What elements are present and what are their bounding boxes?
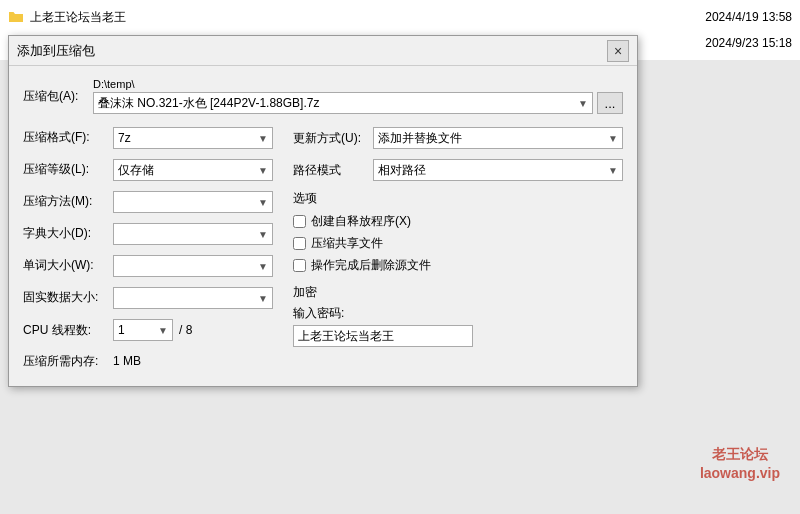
dialog-title: 添加到压缩包 <box>17 42 607 60</box>
form-right: 更新方式(U): 添加并替换文件 ▼ 路径模式 相对路径 ▼ 选项 <box>293 126 623 372</box>
archive-filename-combo[interactable]: 叠沫沫 NO.321-水色 [244P2V-1.88GB].7z ▼ <box>93 92 593 114</box>
format-value: 7z <box>118 131 131 145</box>
checkbox-delete-label[interactable]: 操作完成后删除源文件 <box>311 257 431 274</box>
folder-icon-1 <box>8 9 24 25</box>
dict-combo[interactable]: ▼ <box>113 223 273 245</box>
update-mode-combo[interactable]: 添加并替换文件 ▼ <box>373 127 623 149</box>
dict-arrow: ▼ <box>258 229 268 240</box>
file-name-1: 上老王论坛当老王 <box>30 9 705 26</box>
watermark-line1: 老王论坛 <box>700 445 780 465</box>
cpu-label: CPU 线程数: <box>23 322 113 339</box>
memory-row: 压缩所需内存: 1 MB <box>23 350 273 372</box>
options-title: 选项 <box>293 190 623 207</box>
update-mode-value: 添加并替换文件 <box>378 130 462 147</box>
checkbox-sfx-label[interactable]: 创建自释放程序(X) <box>311 213 411 230</box>
dialog-body: 压缩包(A): D:\temp\ 叠沫沫 NO.321-水色 [244P2V-1… <box>9 66 637 386</box>
checkbox-shared-row: 压缩共享文件 <box>293 235 623 252</box>
browse-button[interactable]: ... <box>597 92 623 114</box>
solid-label: 固实数据大小: <box>23 290 113 306</box>
archive-path-row: 压缩包(A): D:\temp\ 叠沫沫 NO.321-水色 [244P2V-1… <box>23 78 623 114</box>
path-mode-label: 路径模式 <box>293 162 373 179</box>
update-mode-label: 更新方式(U): <box>293 130 373 147</box>
method-row: 压缩方法(M): ▼ <box>23 190 273 214</box>
checkbox-sfx-row: 创建自释放程序(X) <box>293 213 623 230</box>
path-mode-value: 相对路径 <box>378 162 426 179</box>
encrypt-input-label: 输入密码: <box>293 305 623 322</box>
checkbox-delete-row: 操作完成后删除源文件 <box>293 257 623 274</box>
archive-label: 压缩包(A): <box>23 88 93 105</box>
format-row: 压缩格式(F): 7z ▼ <box>23 126 273 150</box>
form-left: 压缩格式(F): 7z ▼ 压缩等级(L): 仅存储 ▼ 压缩方法(M): <box>23 126 273 372</box>
dict-label: 字典大小(D): <box>23 226 113 242</box>
method-arrow: ▼ <box>258 197 268 208</box>
format-combo[interactable]: 7z ▼ <box>113 127 273 149</box>
archive-path-container: D:\temp\ 叠沫沫 NO.321-水色 [244P2V-1.88GB].7… <box>93 78 623 114</box>
combo-arrow-archive: ▼ <box>578 98 588 109</box>
memory-label: 压缩所需内存: <box>23 353 113 370</box>
dialog-title-bar: 添加到压缩包 × <box>9 36 637 66</box>
encrypt-title: 加密 <box>293 284 623 301</box>
level-arrow: ▼ <box>258 165 268 176</box>
close-button[interactable]: × <box>607 40 629 62</box>
memory-value: 1 MB <box>113 354 141 368</box>
archive-combo-row: 叠沫沫 NO.321-水色 [244P2V-1.88GB].7z ▼ ... <box>93 92 623 114</box>
path-mode-combo[interactable]: 相对路径 ▼ <box>373 159 623 181</box>
add-to-archive-dialog: 添加到压缩包 × 压缩包(A): D:\temp\ 叠沫沫 NO.321-水色 … <box>8 35 638 387</box>
solid-arrow: ▼ <box>258 293 268 304</box>
cpu-max: / 8 <box>179 323 192 337</box>
checkbox-sfx[interactable] <box>293 215 306 228</box>
form-columns: 压缩格式(F): 7z ▼ 压缩等级(L): 仅存储 ▼ 压缩方法(M): <box>23 126 623 372</box>
archive-filename-text: 叠沫沫 NO.321-水色 [244P2V-1.88GB].7z <box>98 95 319 112</box>
watermark: 老王论坛 laowang.vip <box>700 445 780 484</box>
checkbox-delete[interactable] <box>293 259 306 272</box>
cpu-arrow: ▼ <box>158 325 168 336</box>
format-label: 压缩格式(F): <box>23 130 113 146</box>
file-item-1[interactable]: 上老王论坛当老王 2024/4/19 13:58 <box>0 4 800 30</box>
format-arrow: ▼ <box>258 133 268 144</box>
method-combo[interactable]: ▼ <box>113 191 273 213</box>
word-combo[interactable]: ▼ <box>113 255 273 277</box>
watermark-line2: laowang.vip <box>700 464 780 484</box>
level-row: 压缩等级(L): 仅存储 ▼ <box>23 158 273 182</box>
word-row: 单词大小(W): ▼ <box>23 254 273 278</box>
level-combo[interactable]: 仅存储 ▼ <box>113 159 273 181</box>
dict-row: 字典大小(D): ▼ <box>23 222 273 246</box>
word-label: 单词大小(W): <box>23 258 113 274</box>
encrypt-group: 加密 输入密码: <box>293 284 623 347</box>
archive-subdir: D:\temp\ <box>93 78 623 90</box>
path-mode-row: 路径模式 相对路径 ▼ <box>293 158 623 182</box>
update-mode-row: 更新方式(U): 添加并替换文件 ▼ <box>293 126 623 150</box>
update-mode-arrow: ▼ <box>608 133 618 144</box>
solid-combo[interactable]: ▼ <box>113 287 273 309</box>
path-mode-arrow: ▼ <box>608 165 618 176</box>
cpu-row: CPU 线程数: 1 ▼ / 8 <box>23 318 273 342</box>
solid-row: 固实数据大小: ▼ <box>23 286 273 310</box>
level-label: 压缩等级(L): <box>23 162 113 178</box>
password-input[interactable] <box>293 325 473 347</box>
cpu-combo[interactable]: 1 ▼ <box>113 319 173 341</box>
checkbox-shared-label[interactable]: 压缩共享文件 <box>311 235 383 252</box>
file-date-2: 2024/9/23 15:18 <box>705 36 792 50</box>
method-label: 压缩方法(M): <box>23 194 113 210</box>
checkbox-shared[interactable] <box>293 237 306 250</box>
options-group: 选项 创建自释放程序(X) 压缩共享文件 操作完成后删除源文件 <box>293 190 623 274</box>
level-value: 仅存储 <box>118 162 154 179</box>
word-arrow: ▼ <box>258 261 268 272</box>
cpu-value: 1 <box>118 323 125 337</box>
file-date-1: 2024/4/19 13:58 <box>705 10 792 24</box>
